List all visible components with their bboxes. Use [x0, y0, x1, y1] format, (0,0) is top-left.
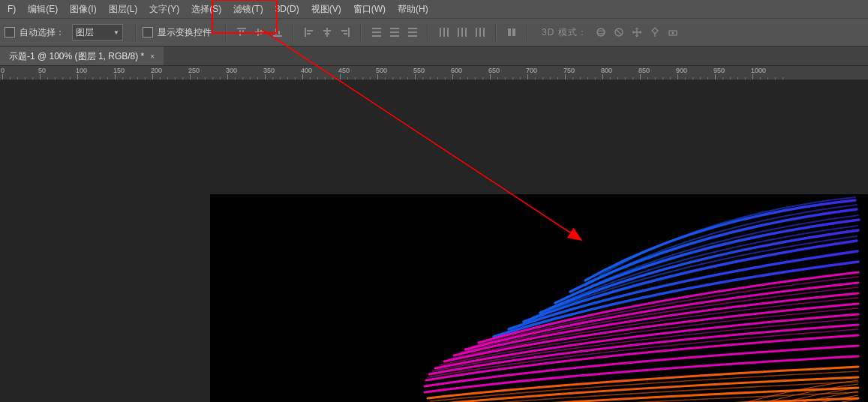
svg-rect-35	[483, 28, 485, 37]
ruler-label: 150	[113, 67, 125, 74]
horizontal-ruler: 0501001502002503003504004505005506006507…	[0, 66, 868, 80]
ruler-tick: 450	[340, 74, 341, 80]
ruler-label: 850	[638, 67, 650, 74]
ruler-tick: 100	[77, 74, 78, 80]
separator	[135, 24, 137, 40]
image-canvas[interactable]	[210, 194, 868, 402]
svg-rect-21	[390, 28, 399, 29]
svg-rect-2	[242, 30, 244, 34]
ruler-label: 700	[526, 67, 537, 74]
ruler-label: 650	[488, 67, 500, 74]
svg-rect-32	[465, 28, 467, 37]
svg-rect-8	[278, 31, 280, 34]
svg-rect-12	[326, 28, 328, 37]
svg-rect-15	[348, 28, 350, 37]
auto-select-dropdown[interactable]: 图层 ▼	[72, 24, 123, 40]
separator	[225, 24, 227, 40]
ruler-tick: 400	[302, 74, 303, 80]
menu-image[interactable]: 图像(I)	[64, 0, 102, 18]
separator	[495, 24, 497, 40]
menu-3d[interactable]: 3D(D)	[269, 0, 305, 18]
svg-rect-36	[508, 28, 511, 36]
svg-rect-16	[341, 30, 347, 32]
show-transform-checkbox[interactable]	[143, 27, 153, 38]
ruler-label: 600	[451, 67, 462, 74]
align-left-edges-icon[interactable]	[302, 25, 317, 40]
menu-select[interactable]: 选择(S)	[185, 0, 227, 18]
ruler-tick: 550	[415, 74, 416, 80]
ruler-label: 300	[226, 67, 237, 74]
separator	[428, 24, 429, 40]
svg-rect-25	[408, 32, 417, 33]
ruler-tick: 750	[565, 74, 566, 80]
menu-type[interactable]: 文字(Y)	[143, 0, 185, 18]
mode3d-label: 3D 模式：	[542, 26, 587, 39]
menu-file[interactable]: F)	[2, 0, 22, 18]
svg-rect-34	[479, 28, 481, 37]
svg-rect-22	[390, 32, 399, 33]
ruler-label: 800	[601, 67, 612, 74]
distribute-top-icon[interactable]	[369, 25, 384, 40]
menu-help[interactable]: 帮助(H)	[392, 0, 434, 18]
svg-point-39	[597, 31, 605, 34]
svg-rect-24	[408, 28, 417, 29]
document-tab[interactable]: 示题-1 @ 100% (图层 1, RGB/8) * ×	[0, 46, 164, 65]
distribute-hcenter-icon[interactable]	[455, 25, 470, 40]
pan-3d-icon[interactable]	[629, 25, 644, 40]
orbit-3d-icon[interactable]	[593, 25, 608, 40]
slide-3d-icon[interactable]	[647, 25, 662, 40]
ruler-tick: 900	[677, 74, 678, 80]
canvas-area[interactable]	[0, 80, 868, 402]
ruler-label: 50	[38, 67, 46, 74]
chevron-down-icon: ▼	[113, 29, 119, 36]
auto-select-value: 图层	[76, 26, 94, 39]
svg-rect-18	[372, 28, 381, 29]
svg-rect-33	[476, 28, 477, 37]
document-tab-title: 示题-1 @ 100% (图层 1, RGB/8) *	[9, 50, 144, 63]
ruler-tick: 850	[640, 74, 641, 80]
ruler-label: 750	[563, 67, 575, 74]
align-vert-centers-icon[interactable]	[252, 25, 267, 40]
menu-edit[interactable]: 编辑(E)	[22, 0, 64, 18]
ruler-label: 100	[76, 67, 87, 74]
svg-rect-26	[408, 35, 417, 37]
svg-rect-11	[307, 33, 311, 34]
svg-rect-29	[447, 28, 449, 37]
ruler-tick: 650	[490, 74, 491, 80]
ruler-label: 900	[676, 67, 687, 74]
auto-align-icon[interactable]	[504, 25, 519, 40]
distribute-bottom-icon[interactable]	[405, 25, 420, 40]
align-top-edges-icon[interactable]	[234, 25, 249, 40]
close-tab-icon[interactable]: ×	[150, 52, 155, 61]
distribute-right-icon[interactable]	[473, 25, 488, 40]
menu-view[interactable]: 视图(V)	[305, 0, 347, 18]
ruler-tick: 250	[190, 74, 191, 80]
menu-window[interactable]: 窗口(W)	[347, 0, 392, 18]
align-bottom-edges-icon[interactable]	[270, 25, 285, 40]
svg-rect-0	[237, 28, 246, 29]
menu-layer[interactable]: 图层(L)	[103, 0, 144, 18]
svg-rect-19	[372, 32, 381, 33]
auto-select-label: 自动选择：	[20, 26, 65, 39]
show-transform-label: 显示变换控件	[158, 26, 212, 39]
svg-rect-1	[239, 30, 241, 36]
svg-rect-23	[390, 35, 399, 37]
separator	[527, 24, 528, 40]
align-right-edges-icon[interactable]	[338, 25, 353, 40]
scale-3d-icon[interactable]	[665, 25, 680, 40]
ruler-label: 400	[301, 67, 312, 74]
svg-rect-10	[307, 30, 313, 32]
ruler-label: 200	[151, 67, 162, 74]
distribute-left-icon[interactable]	[437, 25, 452, 40]
align-horz-centers-icon[interactable]	[320, 25, 335, 40]
ruler-tick: 500	[377, 74, 378, 80]
distribute-vcenter-icon[interactable]	[387, 25, 402, 40]
svg-rect-30	[458, 28, 459, 37]
menu-filter[interactable]: 滤镜(T)	[227, 0, 269, 18]
auto-select-checkbox[interactable]	[5, 27, 15, 38]
document-tab-row: 示题-1 @ 100% (图层 1, RGB/8) * ×	[0, 46, 868, 66]
roll-3d-icon[interactable]	[611, 25, 626, 40]
ruler-tick: 950	[715, 74, 716, 80]
svg-point-38	[597, 28, 605, 36]
ruler-label: 550	[413, 67, 425, 74]
